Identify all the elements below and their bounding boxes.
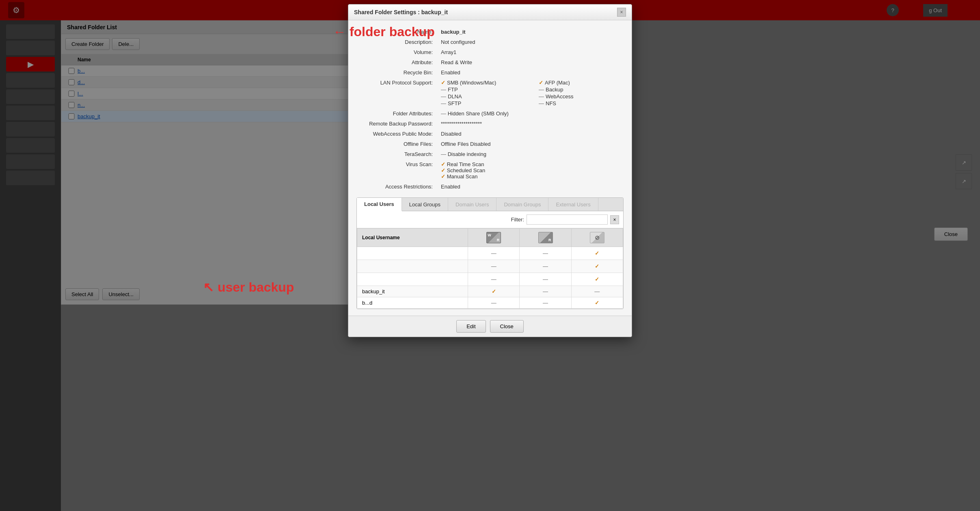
recycle-bin-value: Enabled xyxy=(438,67,624,78)
settings-name-row: Name: backup_it xyxy=(356,27,624,37)
name-label: Name: xyxy=(356,27,438,37)
deny-cell: ✓ xyxy=(571,297,623,309)
annotation-user-backup: ↖ user backup xyxy=(203,279,294,295)
username-cell: backup_it xyxy=(357,286,468,297)
wr-cell: — xyxy=(468,273,520,286)
settings-tera-search-row: TeraSearch: — Disable indexing xyxy=(356,149,624,159)
wr-cell: — xyxy=(468,297,520,309)
wr-cell: ✓ xyxy=(468,286,520,297)
modal-footer: Edit Close xyxy=(348,316,632,337)
wr-cell: — xyxy=(468,247,520,260)
col-deny-header: ⊘ xyxy=(571,229,623,247)
settings-modal: Shared Folder Settings : backup_it × Nam… xyxy=(348,4,632,337)
remote-backup-value: ******************** xyxy=(438,119,624,129)
protocol-ftp: — FTP xyxy=(441,87,522,93)
attribute-label: Attribute: xyxy=(356,57,438,67)
remote-backup-label: Remote Backup Password: xyxy=(356,119,438,129)
table-row: — — ✓ xyxy=(357,247,623,260)
tab-external-users: External Users xyxy=(548,198,598,211)
recycle-bin-label: Recycle Bin: xyxy=(356,67,438,78)
filter-clear-button[interactable]: × xyxy=(610,215,619,224)
offline-files-label: Offline Files: xyxy=(356,139,438,149)
access-restrictions-value: Enabled xyxy=(438,182,624,192)
deny-col-header: ⊘ xyxy=(575,232,620,243)
edit-button[interactable]: Edit xyxy=(456,320,486,333)
tab-domain-groups: Domain Groups xyxy=(496,198,548,211)
username-cell: b...d xyxy=(357,297,468,309)
deny-cell: ✓ xyxy=(571,260,623,273)
modal-body: Name: backup_it Description: Not configu… xyxy=(348,20,632,316)
settings-description-row: Description: Not configured xyxy=(356,37,624,47)
webaccess-mode-value: Disabled xyxy=(438,129,624,139)
deny-cell: — xyxy=(571,286,623,297)
modal-title-bar: Shared Folder Settings : backup_it × xyxy=(348,4,632,20)
tab-domain-users: Domain Users xyxy=(448,198,496,211)
lan-protocol-value: ✓ SMB (Windows/Mac) ✓ AFP (Mac) — FTP xyxy=(438,78,624,108)
offline-files-value: Offline Files Disabled xyxy=(438,139,624,149)
tabs-bar: Local Users Local Groups Domain Users Do… xyxy=(357,198,623,211)
filter-bar: Filter: × xyxy=(357,211,623,228)
protocol-grid: ✓ SMB (Windows/Mac) ✓ AFP (Mac) — FTP xyxy=(441,80,620,106)
settings-attribute-row: Attribute: Read & Write xyxy=(356,57,624,67)
virus-scan-label: Virus Scan: xyxy=(356,159,438,182)
ro-cell: — xyxy=(520,286,571,297)
ro-cell: — xyxy=(520,273,571,286)
close-button[interactable]: Close xyxy=(490,320,524,333)
protocol-nfs: — NFS xyxy=(539,100,620,106)
lan-protocol-label: LAN Protocol Support: xyxy=(356,78,438,108)
username-cell xyxy=(357,273,468,286)
filter-label: Filter: xyxy=(511,217,525,223)
ro-cell: — xyxy=(520,297,571,309)
col-username-header: Local Username xyxy=(357,229,468,247)
real-time-scan: ✓ Real Time Scan xyxy=(441,161,620,167)
table-row: backup_it ✓ — — xyxy=(357,286,623,297)
users-table: Local Username W R xyxy=(357,228,623,309)
settings-table: Name: backup_it Description: Not configu… xyxy=(356,27,624,192)
settings-lan-protocol-row: LAN Protocol Support: ✓ SMB (Windows/Mac… xyxy=(356,78,624,108)
webaccess-mode-label: WebAccess Public Mode: xyxy=(356,129,438,139)
col-wr-header: W R xyxy=(468,229,520,247)
table-row: — — ✓ xyxy=(357,260,623,273)
virus-scan-options: ✓ Real Time Scan ✓ Scheduled Scan ✓ Manu… xyxy=(441,161,620,180)
virus-scan-value: ✓ Real Time Scan ✓ Scheduled Scan ✓ Manu… xyxy=(438,159,624,182)
col-ro-header: R xyxy=(520,229,571,247)
settings-volume-row: Volume: Array1 xyxy=(356,47,624,57)
modal-close-x-button[interactable]: × xyxy=(617,8,626,17)
protocol-dlna: — DLNA xyxy=(441,93,522,100)
modal-overlay: Shared Folder Settings : backup_it × Nam… xyxy=(0,0,980,511)
wr-cell: — xyxy=(468,260,520,273)
description-value: Not configured xyxy=(438,37,624,47)
username-cell xyxy=(357,260,468,273)
attribute-value: Read & Write xyxy=(438,57,624,67)
folder-attributes-label: Folder Attributes: xyxy=(356,108,438,119)
tera-search-value: — Disable indexing xyxy=(438,149,624,159)
settings-remote-backup-row: Remote Backup Password: ****************… xyxy=(356,119,624,129)
protocol-webaccess: — WebAccess xyxy=(539,93,620,100)
table-row: b...d — — ✓ xyxy=(357,297,623,309)
manual-scan: ✓ Manual Scan xyxy=(441,173,620,180)
tera-search-label: TeraSearch: xyxy=(356,149,438,159)
tab-local-groups[interactable]: Local Groups xyxy=(402,198,448,211)
users-table-body: — — ✓ — — ✓ — — xyxy=(357,247,623,309)
deny-cell: ✓ xyxy=(571,273,623,286)
protocol-sftp: — SFTP xyxy=(441,100,522,106)
access-restrictions-label: Access Restrictions: xyxy=(356,182,438,192)
wr-col-header: W R xyxy=(471,232,516,243)
volume-label: Volume: xyxy=(356,47,438,57)
ro-cell: — xyxy=(520,260,571,273)
users-table-header: Local Username W R xyxy=(357,229,623,247)
settings-webaccess-mode-row: WebAccess Public Mode: Disabled xyxy=(356,129,624,139)
settings-virus-scan-row: Virus Scan: ✓ Real Time Scan ✓ Scheduled… xyxy=(356,159,624,182)
ro-cell: — xyxy=(520,247,571,260)
description-label: Description: xyxy=(356,37,438,47)
folder-attributes-value: — Hidden Share (SMB Only) xyxy=(438,108,624,119)
name-value: backup_it xyxy=(438,27,624,37)
volume-value: Array1 xyxy=(438,47,624,57)
username-cell xyxy=(357,247,468,260)
filter-input[interactable] xyxy=(527,214,608,225)
settings-offline-files-row: Offline Files: Offline Files Disabled xyxy=(356,139,624,149)
tab-local-users[interactable]: Local Users xyxy=(357,198,402,211)
settings-recycle-bin-row: Recycle Bin: Enabled xyxy=(356,67,624,78)
settings-folder-attributes-row: Folder Attributes: — Hidden Share (SMB O… xyxy=(356,108,624,119)
settings-access-restrictions-row: Access Restrictions: Enabled xyxy=(356,182,624,192)
